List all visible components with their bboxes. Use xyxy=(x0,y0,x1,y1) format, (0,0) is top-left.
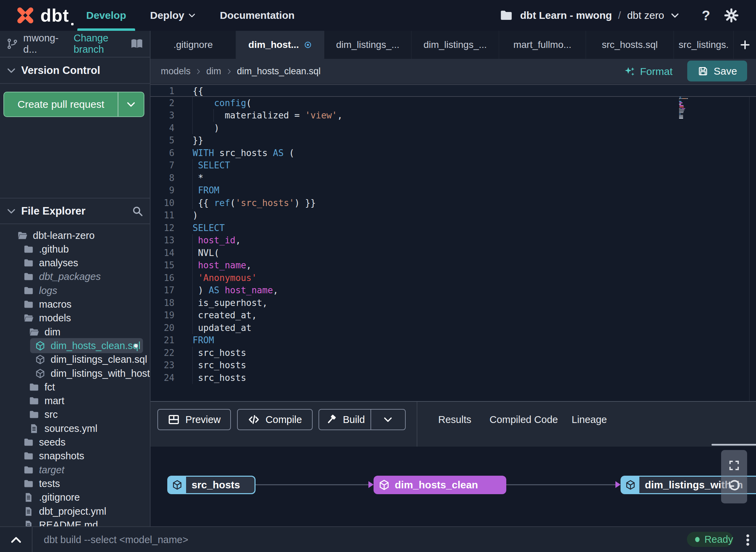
preview-button[interactable]: Preview xyxy=(157,409,231,430)
file-tab-0[interactable]: .gitignore xyxy=(151,31,236,59)
tree-item-label: .github xyxy=(39,244,69,255)
tree-item-dim-listings-with-hosts-[interactable]: dim_listings_with_hosts... xyxy=(0,367,150,380)
code-line-23: 23 src_hosts xyxy=(151,359,756,372)
file-tab-3[interactable]: dim_listings_... xyxy=(412,31,499,59)
tree-item-readme-md[interactable]: README.md xyxy=(0,518,150,526)
line-number: 5 xyxy=(151,134,174,147)
breadcrumb-segment[interactable]: models xyxy=(161,66,191,77)
save-floppy-icon xyxy=(697,65,709,77)
file-tab-6[interactable]: src_listings. xyxy=(674,31,734,59)
panel-tab-compiled-code[interactable]: Compiled Code xyxy=(490,414,558,425)
save-label: Save xyxy=(714,65,737,77)
file-explorer-title: File Explorer xyxy=(21,205,86,217)
line-number: 8 xyxy=(151,172,174,184)
tree-item--github[interactable]: .github xyxy=(0,242,150,256)
panel-tab-lineage[interactable]: Lineage xyxy=(572,414,607,425)
code-text: {{ ref('src_hosts') }} xyxy=(193,197,316,209)
save-button[interactable]: Save xyxy=(687,61,747,81)
code-line-5: 5}} xyxy=(151,134,756,147)
tree-item--gitignore[interactable]: .gitignore xyxy=(0,491,150,504)
fullscreen-icon[interactable] xyxy=(728,459,741,472)
line-number: 12 xyxy=(151,222,174,234)
refresh-icon[interactable] xyxy=(727,480,742,495)
tree-item-dim-listings-clean-sql[interactable]: dim_listings_clean.sql xyxy=(0,353,150,367)
file-tab-label: src_hosts.sql xyxy=(602,39,657,50)
compile-button[interactable]: Compile xyxy=(237,409,313,430)
nav-item-develop[interactable]: Develop xyxy=(86,0,126,31)
folder-icon xyxy=(23,271,34,282)
build-button[interactable]: Build xyxy=(318,409,406,430)
breadcrumb-separator: / xyxy=(618,10,621,21)
file-explorer-header[interactable]: File Explorer xyxy=(0,198,150,224)
tree-item-analyses[interactable]: analyses xyxy=(0,256,150,270)
version-control-header[interactable]: Version Control xyxy=(0,57,150,84)
compile-label: Compile xyxy=(265,414,302,425)
tree-item-models[interactable]: models xyxy=(0,311,150,325)
change-branch-link[interactable]: Change branch xyxy=(74,33,130,55)
code-text: materialized = 'view', xyxy=(193,109,342,122)
lineage-node-dim_hosts_clean[interactable]: dim_hosts_clean xyxy=(374,476,506,494)
breadcrumb-segment[interactable]: dim_hosts_clean.sql xyxy=(237,66,321,77)
pull-request-caret-button[interactable] xyxy=(118,99,144,110)
build-caret-button[interactable] xyxy=(377,410,399,429)
nav-item-label: Develop xyxy=(86,10,126,21)
search-icon[interactable] xyxy=(131,205,144,217)
file-tab-label: dim_listings_... xyxy=(336,39,399,50)
sidebar: mwong-d... Change branch Version Control… xyxy=(0,31,151,526)
docs-book-icon[interactable] xyxy=(130,37,144,51)
tree-item-sources-yml[interactable]: sources.yml xyxy=(0,422,150,435)
dbt-logo[interactable]: dbt xyxy=(14,0,74,31)
tree-item-target[interactable]: target xyxy=(0,463,150,477)
kebab-menu-icon[interactable] xyxy=(741,533,755,547)
line-number: 11 xyxy=(151,209,174,222)
tree-item-tests[interactable]: tests xyxy=(0,477,150,490)
breadcrumb-segment[interactable]: dim xyxy=(206,66,221,77)
code-editor[interactable]: 1{{2 config(3 materialized = 'view',4 )5… xyxy=(151,84,756,401)
code-text: 'Anonymous' xyxy=(193,272,257,284)
tree-item-dbt-packages[interactable]: dbt_packages xyxy=(0,270,150,284)
file-tab-4[interactable]: mart_fullmo... xyxy=(499,31,586,59)
lineage-edge xyxy=(506,484,616,485)
command-bar-expand-button[interactable] xyxy=(0,527,32,552)
tree-item-snapshots[interactable]: snapshots xyxy=(0,449,150,463)
tree-item-mart[interactable]: mart xyxy=(0,394,150,408)
preview-label: Preview xyxy=(185,414,221,425)
nav-item-label: Deploy xyxy=(150,10,184,21)
settings-gear-icon[interactable] xyxy=(724,8,739,23)
command-input[interactable] xyxy=(44,527,625,552)
file-tab-1[interactable]: dim_host... xyxy=(236,31,324,59)
panel-tab-results[interactable]: Results xyxy=(438,414,471,425)
line-number: 20 xyxy=(151,322,174,334)
tree-item-label: dim xyxy=(44,326,61,338)
line-number: 23 xyxy=(151,359,174,372)
modified-indicator-icon xyxy=(304,41,312,49)
format-button[interactable]: Format xyxy=(624,59,673,84)
lineage-node-label: dim_hosts_clean xyxy=(395,479,478,491)
tree-item-dim-hosts-clean-sql[interactable]: dim_hosts_clean.sql xyxy=(0,339,150,352)
nav-item-deploy[interactable]: Deploy xyxy=(150,0,196,31)
code-line-17: 17 ) AS host_name, xyxy=(151,284,756,297)
line-number: 2 xyxy=(151,97,174,110)
line-number: 10 xyxy=(151,197,174,209)
status-label: Ready xyxy=(704,534,733,545)
line-number: 14 xyxy=(151,247,174,259)
file-tab-5[interactable]: src_hosts.sql xyxy=(586,31,674,59)
tree-item-src[interactable]: src xyxy=(0,408,150,422)
tree-item-dim[interactable]: dim xyxy=(0,325,150,339)
tree-item-label: snapshots xyxy=(39,450,84,462)
lineage-node-src_hosts[interactable]: src_hosts xyxy=(167,476,256,494)
nav-item-documentation[interactable]: Documentation xyxy=(220,0,295,31)
tree-item-seeds[interactable]: seeds xyxy=(0,436,150,449)
file-tab-label: dim_listings_... xyxy=(423,39,487,50)
new-tab-button[interactable] xyxy=(734,31,756,59)
tree-item-dbt-learn-zero[interactable]: dbt-learn-zero xyxy=(0,229,150,242)
tree-item-dbt-project-yml[interactable]: dbt_project.yml xyxy=(0,504,150,518)
tree-item-macros[interactable]: macros xyxy=(0,298,150,311)
project-selector[interactable]: dbt Learn - mwong / dbt zero ? xyxy=(499,0,739,31)
help-icon[interactable]: ? xyxy=(702,8,710,23)
create-pull-request-button[interactable]: Create pull request xyxy=(3,92,144,117)
file-tab-2[interactable]: dim_listings_... xyxy=(324,31,412,59)
code-text: config( xyxy=(193,97,251,110)
tree-item-logs[interactable]: logs xyxy=(0,284,150,297)
tree-item-fct[interactable]: fct xyxy=(0,380,150,394)
